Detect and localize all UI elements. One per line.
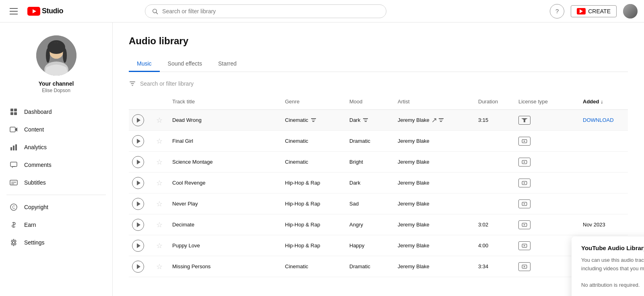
table-row: ☆ Science Montage Cinematic Bright Jerem…: [129, 152, 628, 173]
sidebar-item-comments[interactable]: Comments: [0, 156, 112, 174]
cell-mood-2: Dramatic: [346, 136, 394, 146]
col-added[interactable]: Added ↓: [580, 97, 628, 106]
mood-4: Dark: [349, 180, 360, 186]
play-button-4[interactable]: [132, 177, 144, 189]
license-icon-1[interactable]: [518, 116, 530, 125]
license-icon-2[interactable]: [518, 137, 530, 146]
cell-duration-4: [475, 181, 515, 185]
sidebar-item-content[interactable]: Content: [0, 121, 112, 138]
sidebar-item-analytics[interactable]: Analytics: [0, 138, 112, 156]
sidebar-item-subtitles[interactable]: Subtitles: [0, 174, 112, 191]
tab-music[interactable]: Music: [129, 56, 160, 72]
genre-3: Cinematic: [285, 159, 308, 165]
cell-star-7: ☆: [153, 240, 169, 252]
sidebar-label-comments: Comments: [24, 162, 52, 168]
cell-star-6: ☆: [153, 219, 169, 231]
mood-filter-1[interactable]: [363, 117, 368, 123]
search-input[interactable]: [162, 8, 380, 14]
cell-star-3: ☆: [153, 156, 169, 168]
table-row: ☆ Dead Wrong Cinematic Dark: [129, 110, 628, 131]
svg-marker-47: [524, 266, 525, 267]
sidebar-item-dashboard[interactable]: Dashboard: [0, 103, 112, 121]
track-title-5: Never Play: [172, 201, 198, 207]
cell-genre-7: Hip-Hop & Rap: [282, 241, 346, 250]
svg-point-28: [12, 241, 15, 244]
create-label: CREATE: [588, 8, 611, 14]
avatar[interactable]: [623, 4, 638, 18]
col-license: License type: [515, 97, 580, 106]
sidebar-item-earn[interactable]: Earn: [0, 216, 112, 234]
play-button-3[interactable]: [132, 156, 144, 168]
cell-license-6: [515, 219, 580, 231]
star-button-6[interactable]: ☆: [156, 220, 163, 229]
play-button-5[interactable]: [132, 198, 144, 210]
sidebar-item-settings[interactable]: Settings: [0, 234, 112, 251]
filter-placeholder[interactable]: Search or filter library: [140, 80, 194, 87]
search-bar[interactable]: [145, 4, 386, 18]
cell-mood-7: Happy: [346, 241, 394, 250]
play-button-7[interactable]: [132, 240, 144, 252]
genre-filter-1[interactable]: [311, 117, 316, 123]
cell-play-1: [129, 113, 153, 128]
yt-studio-logo[interactable]: Studio: [27, 7, 63, 16]
tab-sound-effects[interactable]: Sound effects: [160, 56, 210, 72]
help-button[interactable]: ?: [550, 4, 564, 18]
cell-mood-1: Dark: [346, 115, 394, 125]
cell-license-2: [515, 135, 580, 147]
play-button-8[interactable]: [132, 261, 144, 273]
license-icon-8[interactable]: [518, 262, 530, 271]
download-link-1[interactable]: DOWNLOAD: [583, 117, 614, 123]
track-title-4: Cool Revenge: [172, 180, 205, 186]
mood-5: Sad: [349, 201, 359, 207]
ext-link-1[interactable]: [432, 118, 437, 123]
added-6: Nov 2023: [583, 222, 605, 228]
artist-filter-1[interactable]: [438, 117, 444, 123]
svg-marker-39: [524, 182, 525, 183]
channel-handle: Elise Dopson: [36, 88, 76, 93]
cell-star-8: ☆: [153, 261, 169, 273]
cell-track-6: Decimate: [169, 220, 282, 229]
duration-1: 3:15: [478, 117, 488, 123]
create-button[interactable]: CREATE: [571, 5, 617, 17]
star-button-5[interactable]: ☆: [156, 199, 163, 208]
star-button-4[interactable]: ☆: [156, 179, 163, 187]
artist-3: Jeremy Blake: [398, 159, 429, 165]
cell-license-8: [515, 261, 580, 273]
gear-icon: [10, 238, 18, 247]
play-button-1[interactable]: [132, 114, 144, 126]
star-button-8[interactable]: ☆: [156, 262, 163, 271]
cell-duration-7: 4:00: [475, 241, 515, 250]
duration-6: 3:02: [478, 222, 488, 228]
svg-rect-18: [10, 147, 12, 150]
star-button-2[interactable]: ☆: [156, 137, 163, 146]
license-icon-6[interactable]: [518, 220, 530, 229]
sidebar-label-dashboard: Dashboard: [24, 109, 52, 115]
menu-button[interactable]: [6, 5, 21, 18]
cell-play-6: [129, 217, 153, 232]
license-icon-3[interactable]: [518, 158, 530, 166]
star-button-1[interactable]: ☆: [156, 116, 163, 125]
cell-license-3: [515, 156, 580, 168]
star-button-3[interactable]: ☆: [156, 158, 163, 166]
cell-track-2: Final Girl: [169, 136, 282, 146]
search-icon: [152, 8, 158, 14]
play-button-2[interactable]: [132, 135, 144, 147]
cell-duration-6: 3:02: [475, 220, 515, 229]
cell-play-5: [129, 196, 153, 212]
table-row: ☆ Puppy Love Hip-Hop & Rap Happy Jeremy …: [129, 235, 628, 256]
bar-chart-icon: [10, 143, 18, 151]
star-button-7[interactable]: ☆: [156, 241, 163, 250]
license-icon-5[interactable]: [518, 199, 530, 208]
artist-2: Jeremy Blake: [398, 138, 429, 144]
cell-added-1: DOWNLOAD: [580, 115, 628, 125]
artist-5: Jeremy Blake: [398, 201, 429, 207]
tab-starred[interactable]: Starred: [210, 56, 245, 72]
sidebar-item-copyright[interactable]: C Copyright: [0, 198, 112, 216]
profile-picture[interactable]: [36, 35, 76, 76]
license-icon-7[interactable]: [518, 241, 530, 250]
svg-point-10: [46, 48, 50, 63]
cell-artist-8: Jeremy Blake: [394, 262, 475, 271]
license-icon-4[interactable]: [518, 179, 530, 187]
play-button-6[interactable]: [132, 219, 144, 231]
cell-duration-2: [475, 140, 515, 143]
